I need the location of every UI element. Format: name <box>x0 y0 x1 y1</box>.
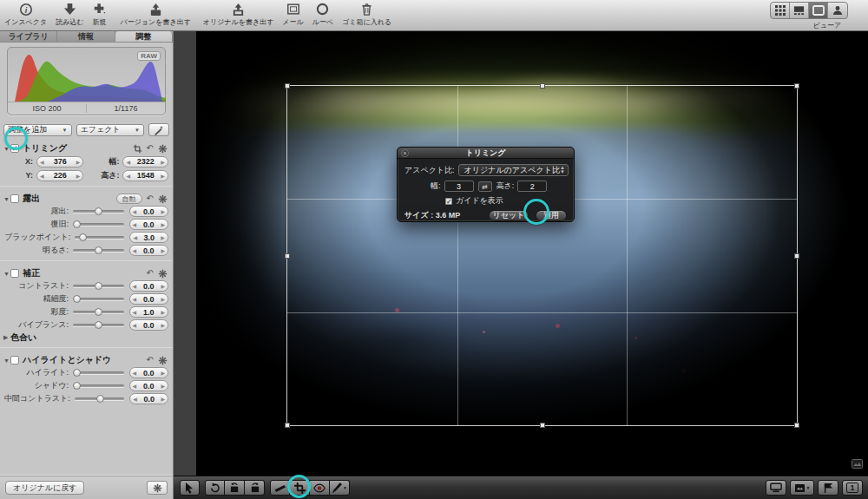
rotate-left-tool-button[interactable] <box>225 480 245 496</box>
crop-x-stepper[interactable]: ◀376▶ <box>36 156 83 167</box>
disclosure-triangle-icon[interactable]: ▶ <box>3 334 10 341</box>
crop-height-stepper[interactable]: ◀1548▶ <box>122 170 168 181</box>
disclosure-triangle-icon[interactable]: ▼ <box>3 271 10 277</box>
retouch-tool-button[interactable]: ▼ <box>330 480 350 496</box>
new-button[interactable]: 新規 <box>89 0 111 27</box>
gear-icon[interactable] <box>158 194 168 204</box>
crop-handle[interactable] <box>285 253 290 259</box>
value-stepper[interactable]: ◀0.0▶ <box>129 319 168 331</box>
value-stepper[interactable]: ◀0.0▶ <box>129 293 168 305</box>
tab-library[interactable]: ライブラリ <box>0 31 57 42</box>
enhance-checkbox[interactable] <box>10 269 19 278</box>
slider-knob[interactable] <box>73 369 81 377</box>
revert-original-button[interactable]: オリジナルに戻す <box>5 481 84 495</box>
gear-icon[interactable] <box>158 356 168 365</box>
slider-knob[interactable] <box>95 246 102 254</box>
disclosure-triangle-icon[interactable]: ▼ <box>3 196 10 202</box>
value-stepper[interactable]: ◀0.0▶ <box>129 219 168 230</box>
crop-handle[interactable] <box>794 253 799 259</box>
crop-handle[interactable] <box>794 83 799 89</box>
slider-knob[interactable] <box>95 207 102 215</box>
show-guides-checkbox[interactable]: ✓ <box>445 198 452 205</box>
crop-selection[interactable] <box>286 85 798 426</box>
loupe-button[interactable]: ルーペ <box>308 0 338 27</box>
red-eye-tool-button[interactable] <box>310 480 330 496</box>
flag-button[interactable] <box>818 480 838 496</box>
value-stepper[interactable]: ◀0.0▶ <box>129 245 168 256</box>
slider-knob[interactable] <box>79 233 87 241</box>
crop-y-stepper[interactable]: ◀226▶ <box>36 170 83 181</box>
grid-view-button[interactable] <box>771 3 790 18</box>
slider-track[interactable] <box>73 298 124 300</box>
import-button[interactable]: 読み込む <box>51 0 88 27</box>
value-stepper[interactable]: ◀1.0▶ <box>129 306 168 318</box>
show-viewer-button[interactable] <box>766 480 786 496</box>
viewer-view-button[interactable] <box>809 3 828 18</box>
gear-icon[interactable] <box>158 144 168 154</box>
disclosure-triangle-icon[interactable]: ▼ <box>3 358 10 364</box>
tab-adjustments[interactable]: 調整 <box>115 31 173 42</box>
tint-row[interactable]: ▶ 色合い <box>0 332 173 344</box>
slider-track[interactable] <box>73 311 124 313</box>
dialog-height-field[interactable]: 2 <box>517 181 547 192</box>
slider-knob[interactable] <box>73 382 81 390</box>
crop-handle[interactable] <box>285 83 290 89</box>
inspector-button[interactable]: i インスペクタ <box>0 0 51 27</box>
value-stepper[interactable]: ◀0.0▶ <box>129 280 168 292</box>
export-preview-button[interactable]: ▼ <box>790 480 814 496</box>
slider-track[interactable] <box>75 236 124 239</box>
viewer-badge-icon[interactable] <box>852 456 863 472</box>
dialog-width-field[interactable]: 3 <box>444 181 474 192</box>
crop-handle[interactable] <box>540 423 545 428</box>
tab-info[interactable]: 情報 <box>57 31 115 42</box>
crop-handle[interactable] <box>794 423 799 428</box>
value-stepper[interactable]: ◀0.0▶ <box>129 393 168 404</box>
slider-knob[interactable] <box>95 308 102 316</box>
rotate-right-tool-button[interactable] <box>245 480 265 496</box>
slider-knob[interactable] <box>73 220 81 228</box>
slider-track[interactable] <box>73 223 124 226</box>
value-stepper[interactable]: ◀0.0▶ <box>129 206 168 217</box>
rotate-ccw-tool-button[interactable] <box>205 480 225 496</box>
value-stepper[interactable]: ◀3.0▶ <box>129 232 168 243</box>
reset-arrow-icon[interactable]: ↶ <box>147 269 154 278</box>
exposure-auto-button[interactable]: 自動 <box>116 194 142 204</box>
footer-gear-button[interactable] <box>147 481 168 495</box>
crop-overlay-icon[interactable] <box>133 144 142 154</box>
mail-button[interactable]: メール <box>278 0 307 27</box>
export-original-button[interactable]: オリジナルを書き出す <box>199 0 279 27</box>
aspect-ratio-dropdown[interactable]: オリジナルのアスペクト比 ▲▼ <box>458 164 569 176</box>
slider-knob[interactable] <box>73 295 81 303</box>
slider-knob[interactable] <box>96 395 104 403</box>
gear-icon[interactable] <box>158 269 168 279</box>
auto-enhance-button[interactable] <box>148 123 169 136</box>
value-stepper[interactable]: ◀0.0▶ <box>129 380 168 391</box>
crop-handle[interactable] <box>285 423 290 428</box>
slider-track[interactable] <box>75 397 124 400</box>
slider-track[interactable] <box>73 324 124 326</box>
slider-track[interactable] <box>73 371 124 374</box>
reset-arrow-icon[interactable]: ↶ <box>147 194 154 203</box>
primary-only-button[interactable]: 1 <box>842 480 863 496</box>
reset-arrow-icon[interactable]: ↶ <box>147 356 154 364</box>
highlights-checkbox[interactable] <box>10 356 19 364</box>
slider-track[interactable] <box>73 210 124 213</box>
slider-knob[interactable] <box>95 282 102 290</box>
export-version-button[interactable]: バージョンを書き出す <box>116 0 195 27</box>
split-view-button[interactable] <box>790 3 809 18</box>
exposure-checkbox[interactable] <box>10 194 19 203</box>
reset-arrow-icon[interactable]: ↶ <box>147 144 154 153</box>
crop-width-stepper[interactable]: ◀2322▶ <box>122 156 168 167</box>
close-icon[interactable]: × <box>401 149 409 157</box>
swap-dimensions-button[interactable]: ⇄ <box>478 181 492 192</box>
value-stepper[interactable]: ◀0.0▶ <box>129 367 168 378</box>
effects-dropdown[interactable]: エフェクト▼ <box>76 124 145 136</box>
slider-knob[interactable] <box>95 321 102 329</box>
trash-button[interactable]: ゴミ箱に入れる <box>338 0 396 27</box>
crop-handle[interactable] <box>540 83 545 89</box>
slider-track[interactable] <box>73 249 124 252</box>
slider-track[interactable] <box>73 384 124 387</box>
selection-tool-button[interactable] <box>180 480 200 496</box>
faces-view-button[interactable] <box>828 3 847 18</box>
slider-track[interactable] <box>73 285 124 287</box>
